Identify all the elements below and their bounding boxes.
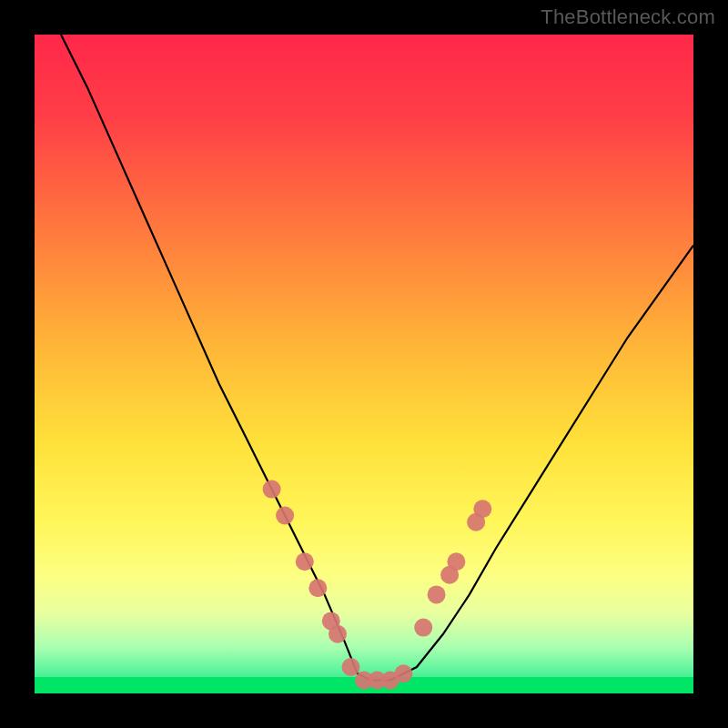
bottleneck-curve <box>61 35 693 681</box>
highlight-dot <box>276 507 294 525</box>
chart-frame: TheBottleneck.com <box>0 0 728 728</box>
highlight-dots-group <box>263 480 492 690</box>
highlight-dot <box>473 500 491 518</box>
plot-area <box>35 35 693 693</box>
highlight-dot <box>428 585 446 603</box>
curve-layer <box>35 35 693 693</box>
highlight-dot <box>414 619 432 637</box>
watermark-text: TheBottleneck.com <box>541 5 715 29</box>
highlight-dot <box>263 480 281 499</box>
highlight-dot <box>329 625 347 643</box>
highlight-dot <box>342 658 360 676</box>
highlight-dot <box>296 552 314 571</box>
highlight-dot <box>394 664 412 682</box>
highlight-dot <box>447 552 465 571</box>
highlight-dot <box>308 579 327 597</box>
